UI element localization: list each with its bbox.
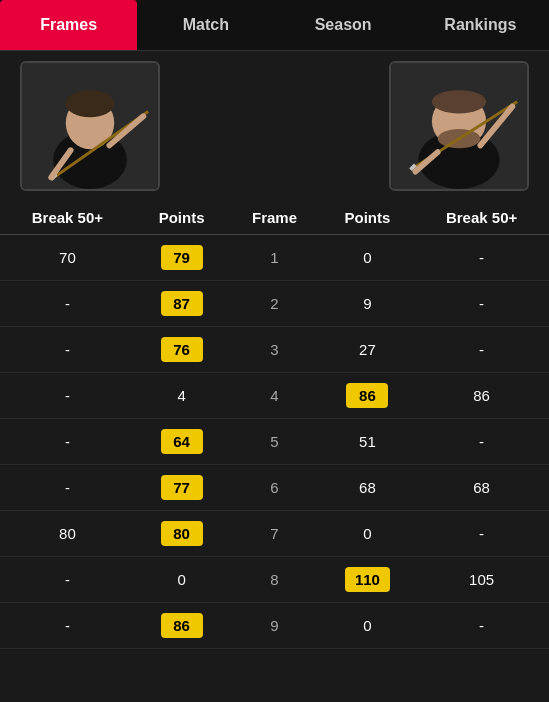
player1-avatar <box>20 61 160 191</box>
table-row: -8690- <box>0 603 549 649</box>
p2-points-cell: 27 <box>321 327 415 373</box>
players-section <box>0 51 549 201</box>
col-header-p1-break: Break 50+ <box>0 201 135 235</box>
p2-break-cell: - <box>414 327 549 373</box>
p2-points-cell: 86 <box>321 373 415 419</box>
p2-points-cell: 0 <box>321 603 415 649</box>
col-header-p1-points: Points <box>135 201 229 235</box>
p1-points-cell: 4 <box>135 373 229 419</box>
p1-break-cell: - <box>0 327 135 373</box>
p2-points-cell: 9 <box>321 281 415 327</box>
frame-number-cell: 3 <box>228 327 320 373</box>
p2-break-cell: 86 <box>414 373 549 419</box>
stats-table: Break 50+ Points Frame Points Break 50+ … <box>0 201 549 649</box>
table-row: -76327- <box>0 327 549 373</box>
p1-break-cell: - <box>0 373 135 419</box>
p2-points-highlight: 86 <box>346 383 388 408</box>
p1-points-cell: 87 <box>135 281 229 327</box>
player2-avatar <box>389 61 529 191</box>
svg-point-11 <box>432 90 486 113</box>
table-header-row: Break 50+ Points Frame Points Break 50+ <box>0 201 549 235</box>
svg-point-3 <box>66 90 114 117</box>
p2-break-cell: - <box>414 281 549 327</box>
frame-number-cell: 4 <box>228 373 320 419</box>
col-header-p2-points: Points <box>321 201 415 235</box>
tab-frames[interactable]: Frames <box>0 0 137 50</box>
p1-break-cell: - <box>0 465 135 511</box>
table-row: -08110105 <box>0 557 549 603</box>
p1-points-cell: 86 <box>135 603 229 649</box>
tab-rankings[interactable]: Rankings <box>412 0 549 50</box>
p2-points-highlight: 110 <box>345 567 390 592</box>
frame-number-cell: 2 <box>228 281 320 327</box>
col-header-p2-break: Break 50+ <box>414 201 549 235</box>
p1-points-highlight: 77 <box>161 475 203 500</box>
p2-break-cell: 68 <box>414 465 549 511</box>
p2-points-cell: 68 <box>321 465 415 511</box>
tab-season[interactable]: Season <box>275 0 412 50</box>
frame-number-cell: 5 <box>228 419 320 465</box>
frame-number-cell: 7 <box>228 511 320 557</box>
table-row: -8729- <box>0 281 549 327</box>
table-row: 707910- <box>0 235 549 281</box>
p1-break-cell: - <box>0 281 135 327</box>
p2-points-cell: 0 <box>321 235 415 281</box>
p1-points-cell: 0 <box>135 557 229 603</box>
p2-break-cell: - <box>414 419 549 465</box>
p1-points-highlight: 86 <box>161 613 203 638</box>
p1-points-cell: 77 <box>135 465 229 511</box>
p2-break-cell: - <box>414 603 549 649</box>
p2-points-cell: 51 <box>321 419 415 465</box>
p2-break-cell: - <box>414 511 549 557</box>
p1-points-highlight: 87 <box>161 291 203 316</box>
p2-break-cell: - <box>414 235 549 281</box>
table-row: 808070- <box>0 511 549 557</box>
p2-points-cell: 110 <box>321 557 415 603</box>
p2-break-cell: 105 <box>414 557 549 603</box>
p1-points-cell: 80 <box>135 511 229 557</box>
col-header-frame: Frame <box>228 201 320 235</box>
p1-points-cell: 76 <box>135 327 229 373</box>
p1-break-cell: - <box>0 557 135 603</box>
p1-points-highlight: 64 <box>161 429 203 454</box>
p1-break-cell: 70 <box>0 235 135 281</box>
table-row: -64551- <box>0 419 549 465</box>
p1-points-cell: 79 <box>135 235 229 281</box>
p1-points-highlight: 76 <box>161 337 203 362</box>
p1-break-cell: 80 <box>0 511 135 557</box>
frame-number-cell: 1 <box>228 235 320 281</box>
tab-match[interactable]: Match <box>137 0 274 50</box>
p2-points-cell: 0 <box>321 511 415 557</box>
frame-number-cell: 6 <box>228 465 320 511</box>
p1-points-cell: 64 <box>135 419 229 465</box>
frame-number-cell: 9 <box>228 603 320 649</box>
frame-number-cell: 8 <box>228 557 320 603</box>
p1-break-cell: - <box>0 603 135 649</box>
p1-points-highlight: 79 <box>161 245 203 270</box>
p1-break-cell: - <box>0 419 135 465</box>
tab-bar: Frames Match Season Rankings <box>0 0 549 51</box>
table-row: -448686 <box>0 373 549 419</box>
table-row: -7766868 <box>0 465 549 511</box>
p1-points-highlight: 80 <box>161 521 203 546</box>
